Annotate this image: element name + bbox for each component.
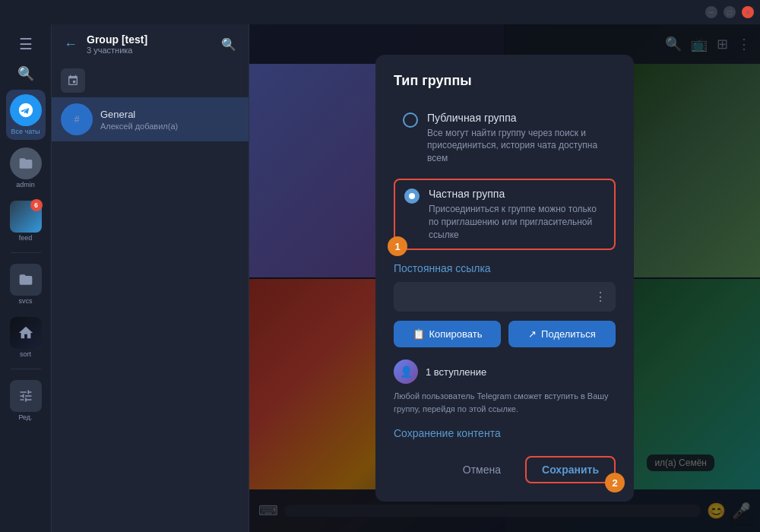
- feed-badge: 6: [30, 199, 43, 211]
- copy-icon: 📋: [413, 328, 425, 340]
- save-button[interactable]: Сохранить: [525, 456, 616, 483]
- back-button[interactable]: ←: [61, 33, 81, 55]
- general-chat-preview: Алексей добавил(а): [100, 122, 239, 131]
- permanent-link-section-title: Постоянная ссылка: [394, 262, 616, 274]
- sidebar-divider: [11, 252, 41, 253]
- private-radio-button[interactable]: [404, 188, 420, 204]
- sort-folder-icon: [10, 317, 42, 349]
- private-option-text: Частная группа Присоединиться к группе м…: [429, 188, 605, 241]
- sidebar-divider-2: [11, 369, 41, 369]
- general-chat-info: General Алексей добавил(а): [100, 109, 239, 131]
- admin-folder-icon: [10, 147, 42, 179]
- pin-icon: [61, 68, 85, 93]
- pinned-row: [52, 64, 249, 97]
- titlebar: − □ ×: [0, 0, 760, 24]
- maximize-button[interactable]: □: [724, 6, 736, 18]
- minimize-button[interactable]: −: [705, 6, 717, 18]
- sidebar-sort-label: sort: [20, 350, 31, 358]
- general-avatar: #: [61, 103, 93, 135]
- sidebar-item-search[interactable]: 🔍: [6, 61, 46, 87]
- public-option-text: Публичная группа Все могут найти группу …: [427, 112, 606, 165]
- modal-title: Тип группы: [394, 73, 616, 89]
- copy-link-button[interactable]: 📋 Копировать: [394, 321, 501, 347]
- chat-item-general[interactable]: # General Алексей добавил(а): [52, 97, 249, 141]
- sidebar-item-svcs[interactable]: svcs: [6, 259, 46, 309]
- private-group-option[interactable]: Частная группа Присоединиться к группе м…: [394, 179, 616, 250]
- app-body: ☰ 🔍 Все чаты admin: [0, 24, 760, 532]
- join-info-row: 👤 1 вступление: [394, 359, 616, 384]
- action-buttons-row: 📋 Копировать ↗ Поделиться: [394, 321, 616, 347]
- group-title: Group [test]: [87, 33, 212, 46]
- sidebar-edit-label: Ред.: [18, 413, 32, 421]
- sidebar-item-feed[interactable]: 6 feed: [6, 196, 46, 246]
- public-radio-button[interactable]: [403, 112, 418, 128]
- chat-list-header: ← Group [test] 3 участника 🔍: [52, 24, 249, 64]
- modal-footer: Отмена Сохранить 2: [394, 447, 616, 483]
- step-1-badge: 1: [388, 236, 407, 256]
- step-2-badge: 2: [605, 473, 625, 492]
- public-option-label: Публичная группа: [427, 112, 606, 124]
- permanent-link-input[interactable]: ⋮: [394, 282, 616, 312]
- chat-list-panel: ← Group [test] 3 участника 🔍 # General А…: [52, 24, 249, 532]
- share-link-button[interactable]: ↗ Поделиться: [508, 321, 616, 347]
- sidebar-item-all-chats[interactable]: Все чаты: [6, 90, 46, 140]
- join-description: Любой пользователь Telegram сможет вступ…: [394, 390, 616, 415]
- cancel-button[interactable]: Отмена: [451, 456, 513, 483]
- link-menu-icon[interactable]: ⋮: [594, 290, 606, 304]
- close-button[interactable]: ×: [742, 6, 754, 18]
- telegram-logo-icon: [10, 94, 42, 126]
- group-type-modal: Тип группы Публичная группа Все могут на…: [375, 55, 634, 502]
- private-option-label: Частная группа: [429, 188, 605, 200]
- sidebar-item-admin[interactable]: admin: [6, 143, 46, 193]
- group-subtitle: 3 участника: [87, 46, 212, 55]
- search-small-button[interactable]: 🔍: [218, 34, 239, 55]
- filter-edit-icon: [10, 380, 42, 412]
- share-icon: ↗: [528, 328, 537, 340]
- private-option-desc: Присоединиться к группе можно только по …: [429, 203, 605, 241]
- sidebar-item-edit[interactable]: Ред.: [6, 375, 46, 426]
- sidebar-svcs-label: svcs: [19, 297, 33, 305]
- public-option-desc: Все могут найти группу через поиск и при…: [427, 127, 606, 165]
- hash-icon: #: [74, 114, 80, 125]
- sidebar-all-chats-label: Все чаты: [11, 128, 40, 135]
- chat-area: 0:25 ✓✓ 🔍 📺 ⊞ ⋮ октября ил(а) Семён ⌨ 😊 …: [249, 24, 760, 532]
- sidebar-item-sort[interactable]: sort: [6, 312, 46, 363]
- content-section-title: Сохранение контента: [394, 427, 616, 439]
- sidebar-feed-label: feed: [19, 234, 33, 242]
- general-chat-name: General: [100, 109, 239, 120]
- public-group-option[interactable]: Публичная группа Все могут найти группу …: [394, 104, 616, 173]
- modal-overlay[interactable]: Тип группы Публичная группа Все могут на…: [249, 24, 760, 532]
- join-count-text: 1 вступление: [426, 366, 486, 378]
- svcs-folder-icon: [10, 264, 42, 296]
- save-button-wrapper: Сохранить 2: [525, 456, 616, 483]
- sidebar: ☰ 🔍 Все чаты admin: [0, 24, 52, 532]
- sidebar-admin-label: admin: [16, 181, 35, 188]
- chat-list-title: Group [test] 3 участника: [87, 33, 212, 55]
- join-avatar: 👤: [394, 359, 418, 384]
- sidebar-item-menu[interactable]: ☰: [6, 30, 46, 58]
